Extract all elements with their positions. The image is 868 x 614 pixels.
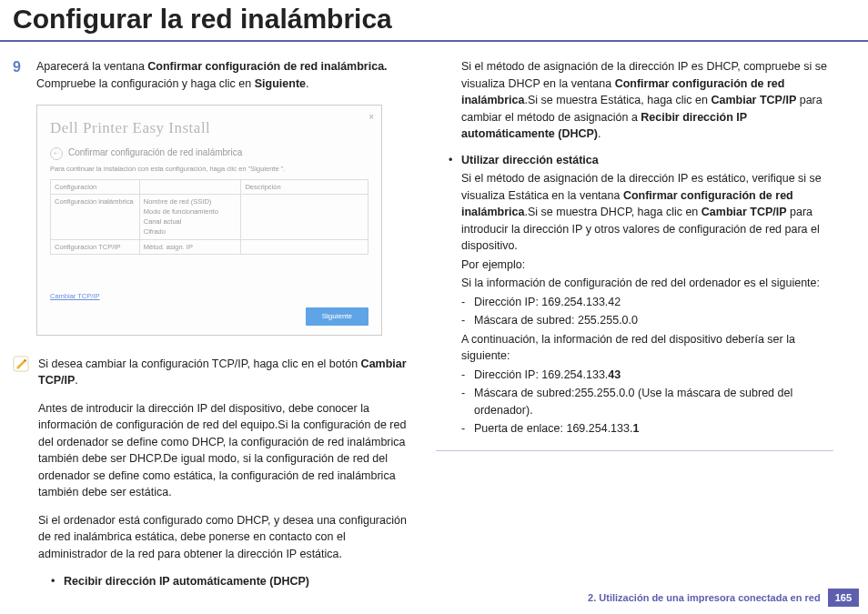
step-bold-1: Confirmar configuración de red inalámbri… — [147, 60, 387, 73]
dash-gw: -Puerta de enlace: 169.254.133.1 — [436, 420, 833, 438]
c2p1b2: Cambiar TCP/IP — [711, 94, 796, 106]
dash: - — [461, 420, 474, 438]
c2p2b2: Cambiar TCP/IP — [701, 206, 787, 218]
c2-p4: Si la información de configuración de re… — [436, 275, 833, 292]
d5a: Puerta de enlace: 169.254.133. — [474, 422, 632, 435]
note-p2: Antes de introducir la dirección IP del … — [38, 400, 410, 501]
bullet-static: • Utilizar dirección estática — [436, 152, 833, 169]
period: . — [306, 77, 308, 90]
footer-page-number: 165 — [828, 589, 859, 607]
c2-p3: Por ejemplo: — [436, 257, 833, 274]
c2-p2: Si el método de asignación de la direcci… — [436, 170, 833, 255]
r1c2a: Nombre de red (SSID) — [144, 196, 237, 206]
note-p3: Si el ordenador está configurado como DH… — [38, 512, 410, 563]
c2p1c: .Si se muestra Estática, haga clic en — [524, 94, 711, 106]
note-block: Si desea cambiar la configuración TCP/IP… — [13, 356, 410, 590]
dash: - — [461, 367, 474, 384]
bullet-dhcp: • Recibir dirección IP automáticamente (… — [38, 573, 410, 590]
note-body: Si desea cambiar la configuración TCP/IP… — [38, 356, 410, 590]
page-title: Configurar la red inalámbrica — [0, 0, 868, 42]
installer-subtitle: Confirmar configuración de red inalámbri… — [68, 146, 242, 160]
r1c3 — [241, 195, 368, 239]
d3b: 43 — [608, 368, 621, 381]
d5b: 1 — [632, 422, 639, 435]
dash: - — [461, 312, 474, 329]
bullet-dhcp-label: Recibir dirección IP automáticamente (DH… — [64, 575, 309, 588]
step-number: 9 — [13, 58, 36, 92]
step-bold-2: Siguiente — [255, 77, 306, 90]
c2p2c: .Si se muestra DHCP, haga clic en — [524, 206, 701, 218]
page-footer: 2. Utilización de una impresora conectad… — [588, 589, 859, 607]
bullet-static-label: Utilizar dirección estática — [461, 154, 599, 166]
config-table: Configuración Descripción Configuración … — [50, 179, 368, 255]
step-9: 9 Aparecerá la ventana Confirmar configu… — [13, 58, 410, 92]
change-tcpip-link[interactable]: Cambiar TCP/IP — [50, 291, 99, 301]
bullet-static-body: Utilizar dirección estática — [461, 152, 833, 169]
r1c2b: Modo de funcionamiento — [144, 206, 237, 216]
dash-mask2: -Máscara de subred:255.255.0.0 (Use la m… — [436, 385, 833, 418]
th-empty — [139, 180, 241, 195]
dash-ip2-text: Dirección IP: 169.254.133.43 — [474, 367, 833, 384]
note-p1: Si desea cambiar la configuración TCP/IP… — [38, 356, 410, 389]
content-columns: 9 Aparecerá la ventana Confirmar configu… — [0, 42, 868, 590]
r1c2: Nombre de red (SSID) Modo de funcionamie… — [139, 195, 241, 239]
r1c2d: Cifrado — [144, 226, 237, 237]
dash-ip1-text: Dirección IP: 169.254.133.42 — [474, 294, 833, 311]
section-end-rule — [436, 450, 833, 451]
dash-mask1-text: Máscara de subred: 255.255.0.0 — [474, 312, 833, 329]
note-p1a: Si desea cambiar la configuración TCP/IP… — [38, 357, 361, 370]
c2-p1: Si el método de asignación de la direcci… — [436, 58, 833, 143]
installer-brand: Dell Printer Easy Install — [50, 116, 368, 139]
r2c2: Métod. asign. IP — [139, 239, 241, 254]
left-column: 9 Aparecerá la ventana Confirmar configu… — [13, 58, 436, 590]
bullet-body: Recibir dirección IP automáticamente (DH… — [64, 573, 410, 590]
d3a: Dirección IP: 169.254.133. — [474, 368, 608, 381]
note-icon — [13, 356, 31, 590]
r2c3 — [241, 239, 368, 254]
dash-gw-text: Puerta de enlace: 169.254.133.1 — [474, 420, 833, 438]
step-text-mid: Compruebe la configuración y haga clic e… — [36, 77, 255, 90]
step-body: Aparecerá la ventana Confirmar configura… — [36, 58, 410, 92]
footer-chapter: 2. Utilización de una impresora conectad… — [588, 592, 821, 603]
c2-p5: A continuación, la información de red de… — [436, 331, 833, 365]
installer-screenshot: × Dell Printer Easy Install ← Confirmar … — [36, 105, 382, 336]
dash: - — [461, 294, 474, 311]
r1c1: Configuración inalámbrica — [51, 195, 140, 239]
dash-mask2-text: Máscara de subred:255.255.0.0 (Use la má… — [474, 385, 833, 418]
c2p1e: . — [598, 127, 601, 140]
th-desc: Descripción — [241, 180, 368, 195]
th-config: Configuración — [51, 180, 140, 195]
bullet-dot: • — [51, 573, 64, 590]
dash: - — [461, 385, 474, 418]
note-p1c: . — [75, 374, 77, 387]
next-button[interactable]: Siguiente — [306, 307, 368, 326]
dash-ip1: -Dirección IP: 169.254.133.42 — [436, 294, 833, 311]
dash-ip2: -Dirección IP: 169.254.133.43 — [436, 367, 833, 384]
right-column: Si el método de asignación de la direcci… — [436, 58, 859, 590]
installer-instruction: Para continuar la instalación con esta c… — [50, 164, 368, 174]
close-icon: × — [368, 111, 374, 125]
bullet-dot-2: • — [449, 152, 461, 169]
step-text-pre: Aparecerá la ventana — [36, 60, 147, 73]
dash-mask1: -Máscara de subred: 255.255.0.0 — [436, 312, 833, 329]
back-icon: ← — [50, 147, 63, 160]
r1c2c: Canal actual — [144, 216, 237, 226]
r2c1: Configuracion TCP/IP — [51, 239, 140, 254]
